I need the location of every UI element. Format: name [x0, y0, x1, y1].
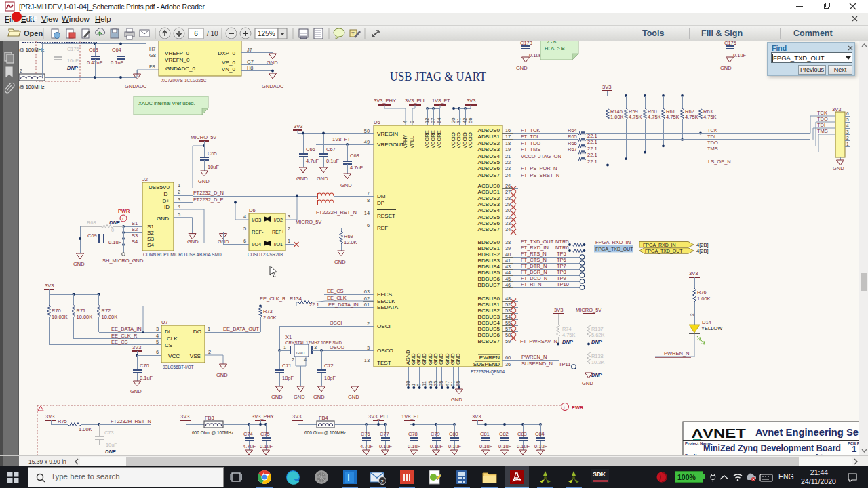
svg-text:GNDADC: GNDADC	[262, 83, 284, 89]
svg-text:1: 1	[846, 142, 849, 146]
svg-text:C67: C67	[326, 146, 336, 152]
svg-text:GND: GND	[294, 394, 305, 400]
svg-text:FT_TDO: FT_TDO	[521, 140, 540, 146]
svg-text:64: 64	[436, 118, 442, 123]
svg-text:2: 2	[381, 479, 384, 485]
svg-text:FT_RI_N: FT_RI_N	[521, 281, 541, 287]
svg-text:43: 43	[505, 264, 511, 270]
svg-text:19: 19	[505, 146, 511, 152]
svg-text:GND: GND	[218, 239, 229, 245]
svg-text:SUSPEND_N: SUSPEND_N	[521, 361, 553, 367]
svg-text:2: 2	[846, 136, 849, 140]
svg-text:10uF: 10uF	[106, 442, 117, 448]
svg-text:3V3: 3V3	[689, 270, 698, 277]
svg-text:BDBUS1: BDBUS1	[478, 245, 500, 251]
svg-text:0.1uF: 0.1uF	[108, 239, 122, 245]
svg-text:4[2B]: 4[2B]	[696, 242, 709, 248]
svg-text:i: i	[564, 405, 564, 409]
svg-text:BCBUS2: BCBUS2	[478, 308, 500, 314]
svg-text:22.1: 22.1	[309, 302, 319, 308]
svg-text:4.75K: 4.75K	[648, 114, 661, 120]
svg-text:C176: C176	[67, 46, 79, 52]
svg-text:3: 3	[846, 129, 849, 134]
svg-text:S4: S4	[147, 242, 154, 248]
svg-text:3V3: 3V3	[602, 84, 611, 90]
svg-text:C75: C75	[260, 431, 270, 437]
svg-text:YELLOW: YELLOW	[701, 325, 723, 331]
svg-text:ACBUS7: ACBUS7	[478, 226, 500, 232]
svg-text:0.1uF: 0.1uF	[534, 443, 548, 449]
svg-text:0.1uF: 0.1uF	[260, 443, 273, 449]
svg-text:GND: GND	[516, 65, 528, 71]
svg-text:R68: R68	[87, 220, 96, 226]
svg-text:21: 21	[505, 153, 511, 159]
svg-text:1V8_FT: 1V8_FT	[332, 136, 351, 142]
svg-text:18: 18	[505, 140, 511, 146]
svg-text:TP10: TP10	[557, 281, 569, 287]
svg-text:C74: C74	[243, 431, 253, 437]
svg-text:3V3: 3V3	[472, 413, 481, 420]
svg-text:H7: H7	[149, 46, 155, 52]
svg-text:FT_TXD_OUT: FT_TXD_OUT	[521, 239, 554, 245]
svg-text:i: i	[122, 217, 123, 221]
svg-text:22.1: 22.1	[587, 159, 597, 165]
svg-text:F8: F8	[149, 64, 155, 70]
svg-text:H: A -> B: H: A -> B	[545, 45, 565, 52]
svg-text:ACBUS3: ACBUS3	[478, 201, 500, 207]
svg-text:CLK: CLK	[167, 336, 178, 342]
svg-text:C79: C79	[431, 431, 440, 437]
svg-text:16: 16	[505, 127, 511, 134]
svg-text:FT2232_D_N: FT2232_D_N	[193, 190, 224, 196]
svg-text:D-: D-	[163, 191, 170, 197]
svg-text:22.1: 22.1	[587, 139, 597, 145]
svg-text:MiniZed Zynq Development Board: MiniZed Zynq Development Board	[703, 443, 841, 453]
svg-text:PWREN_N: PWREN_N	[664, 350, 690, 357]
svg-text:TP11: TP11	[559, 361, 570, 367]
svg-text:45: 45	[505, 276, 511, 282]
svg-text:ADBUS1: ADBUS1	[478, 134, 500, 140]
svg-text:22.1: 22.1	[587, 146, 597, 152]
svg-text:R138: R138	[591, 353, 604, 359]
svg-text:52: 52	[505, 302, 511, 308]
svg-text:D6: D6	[249, 207, 256, 214]
svg-text:NTR6: NTR6	[555, 245, 569, 251]
svg-text:4.7uF: 4.7uF	[243, 443, 256, 449]
svg-text:1.00K: 1.00K	[610, 114, 624, 120]
svg-text:TDO: TDO	[817, 116, 828, 122]
svg-text:Avnet Engineering Se: Avnet Engineering Se	[755, 427, 859, 438]
svg-text:D+: D+	[162, 198, 170, 204]
svg-text:65: 65	[455, 381, 461, 386]
svg-text:49: 49	[364, 139, 370, 145]
svg-text:4.75K: 4.75K	[666, 114, 679, 120]
svg-text:34: 34	[505, 226, 511, 232]
svg-text:GND: GND	[157, 216, 169, 222]
svg-text:GND: GND	[271, 394, 283, 400]
svg-text:4: 4	[156, 333, 159, 339]
svg-text:2: 2	[288, 226, 290, 232]
svg-text:DNP: DNP	[591, 372, 603, 378]
svg-text:3V3: 3V3	[45, 283, 54, 289]
svg-text:GND: GND	[451, 396, 462, 403]
svg-text:TP9: TP9	[557, 275, 566, 281]
svg-text:USB5V0: USB5V0	[149, 184, 170, 190]
svg-text:PWREN_N: PWREN_N	[521, 354, 547, 360]
svg-text:C173: C173	[520, 41, 532, 46]
svg-text:FT_PWRSAV_N: FT_PWRSAV_N	[520, 338, 557, 344]
svg-text:2: 2	[178, 189, 180, 195]
svg-text:EE_CS: EE_CS	[327, 288, 344, 294]
svg-text:FPGA_RXD_IN: FPGA_RXD_IN	[595, 239, 631, 245]
svg-text:41: 41	[505, 258, 511, 264]
svg-text:VCORE: VCORE	[424, 130, 430, 148]
svg-text:BDBUS4: BDBUS4	[478, 264, 500, 270]
svg-text:6: 6	[367, 222, 370, 228]
svg-text:22: 22	[505, 159, 511, 165]
svg-text:S3: S3	[147, 236, 154, 242]
svg-text:G8: G8	[149, 52, 156, 58]
svg-text:1V8_FT: 1V8_FT	[432, 98, 450, 104]
svg-text:5: 5	[243, 226, 246, 232]
svg-text:0: 0	[111, 227, 114, 233]
svg-text:4.75K: 4.75K	[685, 114, 698, 120]
svg-text:BCBUS1: BCBUS1	[478, 302, 500, 308]
svg-text:1: 1	[178, 182, 180, 188]
svg-text:S3: S3	[132, 232, 138, 239]
